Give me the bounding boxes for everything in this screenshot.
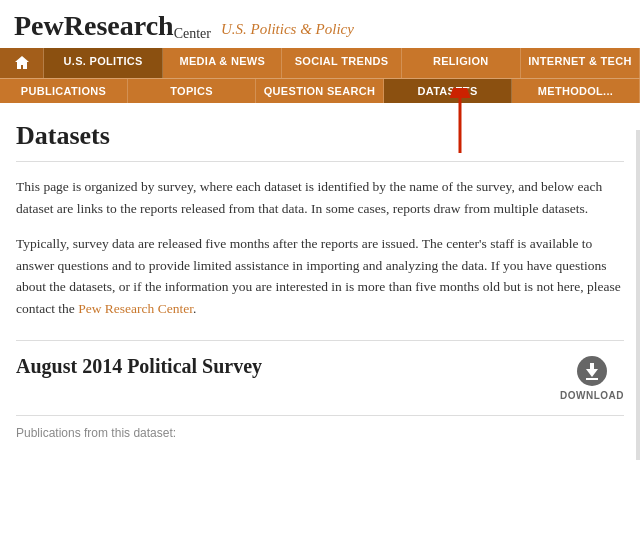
nav-methodology[interactable]: Methodol... xyxy=(512,79,640,103)
intro-paragraph-2: Typically, survey data are released five… xyxy=(16,233,624,319)
site-tagline: U.S. Politics & Policy xyxy=(221,21,354,38)
arrow-svg-top xyxy=(430,88,490,158)
right-border xyxy=(636,130,640,460)
arrow-annotation-top xyxy=(430,88,490,162)
nav-media-news[interactable]: Media & News xyxy=(163,48,282,78)
nav-us-politics[interactable]: U.S. Politics xyxy=(44,48,163,78)
secondary-nav: Publications Topics Question Search Data… xyxy=(0,78,640,103)
logo-bold: PewResearch xyxy=(14,10,174,42)
main-content: Datasets This page is organized by surve… xyxy=(0,103,640,460)
download-label: DOWNLOAD xyxy=(560,390,624,401)
nav-home[interactable] xyxy=(0,48,44,78)
home-icon xyxy=(14,55,30,71)
publications-from-dataset: Publications from this dataset: xyxy=(16,415,624,440)
logo-light: Center xyxy=(174,26,211,42)
nav-internet-tech[interactable]: Internet & Tech xyxy=(521,48,640,78)
para2-text2: . xyxy=(193,301,196,316)
survey-section: August 2014 Political Survey DOWNLOAD xyxy=(16,340,624,401)
nav-publications[interactable]: Publications xyxy=(0,79,128,103)
nav-religion[interactable]: Religion xyxy=(402,48,521,78)
svg-rect-2 xyxy=(590,363,594,371)
nav-question-search[interactable]: Question Search xyxy=(256,79,384,103)
download-icon xyxy=(576,355,608,387)
nav-social-trends[interactable]: Social Trends xyxy=(282,48,401,78)
download-button[interactable]: DOWNLOAD xyxy=(560,355,624,401)
site-header: PewResearchCenter U.S. Politics & Policy xyxy=(0,0,640,48)
nav-topics[interactable]: Topics xyxy=(128,79,256,103)
intro-paragraph-1: This page is organized by survey, where … xyxy=(16,176,624,219)
pew-link[interactable]: Pew Research Center xyxy=(78,301,193,316)
svg-rect-3 xyxy=(586,378,598,380)
primary-nav: U.S. Politics Media & News Social Trends… xyxy=(0,48,640,78)
page-title: Datasets xyxy=(16,121,624,162)
survey-title: August 2014 Political Survey xyxy=(16,355,262,378)
